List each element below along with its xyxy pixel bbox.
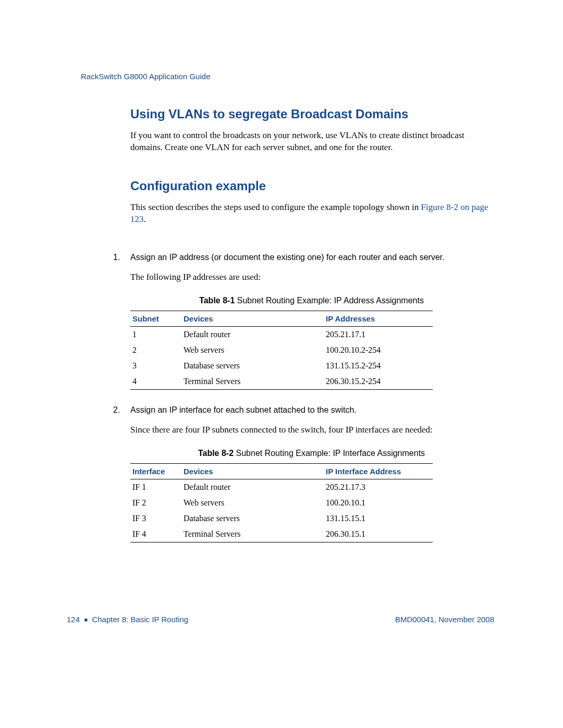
table-row: 4 Terminal Servers 206.30.15.2-254	[130, 374, 433, 390]
table-2-caption: Table 8-2 Subnet Routing Example: IP Int…	[130, 449, 493, 458]
th-ip-if: IP Interface Address	[324, 464, 433, 479]
table-row: IF 3 Database servers 131.15.15.1	[130, 511, 433, 526]
table-header-row: Subnet Devices IP Addresses	[130, 311, 433, 327]
cell: 1	[130, 327, 181, 343]
table-row: 2 Web servers 100.20.10.2-254	[130, 342, 433, 358]
heading-config-example: Configuration example	[130, 179, 493, 193]
step-number: 2.	[113, 404, 130, 416]
cell: 206.30.15.2-254	[324, 374, 433, 390]
running-header: RackSwitch G8000 Application Guide	[81, 72, 493, 81]
cell: 206.30.15.1	[324, 526, 433, 542]
table-1-title: Subnet Routing Example: IP Address Assig…	[235, 296, 424, 305]
step-text: Assign an IP address (or document the ex…	[130, 252, 493, 263]
cell: 205.21.17.1	[324, 327, 433, 343]
table-row: IF 1 Default router 205.21.17.3	[130, 479, 433, 496]
cell: IF 3	[130, 511, 181, 526]
para-config-text: This section describes the steps used to…	[130, 202, 421, 212]
table-row: 3 Database servers 131.15.15.2-254	[130, 358, 433, 374]
th-devices: Devices	[181, 464, 324, 479]
table-2-label: Table 8-2	[198, 449, 234, 458]
step-2: 2. Assign an IP interface for each subne…	[113, 404, 493, 416]
step-text: Assign an IP interface for each subnet a…	[130, 404, 493, 416]
th-subnet: Subnet	[130, 311, 181, 327]
table-1: Subnet Devices IP Addresses 1 Default ro…	[130, 311, 433, 390]
table-2: Interface Devices IP Interface Address I…	[130, 463, 433, 542]
table-row: 1 Default router 205.21.17.1	[130, 327, 433, 343]
th-devices: Devices	[181, 311, 324, 327]
th-ip: IP Addresses	[324, 311, 433, 327]
step-2-sub: Since there are four IP subnets connecte…	[130, 424, 493, 436]
cell: Default router	[181, 479, 324, 496]
cell: IF 1	[130, 479, 181, 496]
cell: IF 2	[130, 495, 181, 511]
cell: IF 4	[130, 526, 181, 542]
cell: Terminal Servers	[181, 374, 324, 390]
cell: Database servers	[181, 358, 324, 374]
cell: Web servers	[181, 342, 324, 358]
cell: 100.20.10.1	[324, 495, 433, 511]
page-footer: 124 ■ Chapter 8: Basic IP Routing BMD000…	[67, 615, 494, 624]
step-1: 1. Assign an IP address (or document the…	[113, 252, 493, 263]
chapter-title: Chapter 8: Basic IP Routing	[92, 615, 188, 624]
table-row: IF 4 Terminal Servers 206.30.15.1	[130, 526, 433, 542]
cell: Terminal Servers	[181, 526, 324, 542]
footer-left: 124 ■ Chapter 8: Basic IP Routing	[67, 615, 188, 624]
cell: 4	[130, 374, 181, 390]
cell: 205.21.17.3	[324, 479, 433, 496]
page-content: RackSwitch G8000 Application Guide Using…	[81, 72, 493, 557]
cell: Default router	[181, 327, 324, 343]
cell: 131.15.15.1	[324, 511, 433, 526]
step-1-sub: The following IP addresses are used:	[130, 272, 493, 283]
cell: 131.15.15.2-254	[324, 358, 433, 374]
page-number: 124	[67, 615, 80, 624]
table-2-title: Subnet Routing Example: IP Interface Ass…	[234, 449, 425, 458]
table-row: IF 2 Web servers 100.20.10.1	[130, 495, 433, 511]
th-interface: Interface	[130, 464, 181, 479]
step-number: 1.	[113, 252, 130, 263]
cell: 2	[130, 342, 181, 358]
para-vlans: If you want to control the broadcasts on…	[130, 130, 493, 154]
cell: Web servers	[181, 495, 324, 511]
table-1-caption: Table 8-1 Subnet Routing Example: IP Add…	[130, 296, 493, 305]
footer-right: BMD00041, November 2008	[395, 615, 494, 624]
heading-vlans: Using VLANs to segregate Broadcast Domai…	[130, 107, 493, 121]
table-1-label: Table 8-1	[199, 296, 235, 305]
cell: Database servers	[181, 511, 324, 526]
para-config-lead: This section describes the steps used to…	[130, 202, 493, 226]
cell: 100.20.10.2-254	[324, 342, 433, 358]
para-config-tail: .	[144, 214, 146, 224]
square-icon: ■	[84, 616, 88, 623]
table-header-row: Interface Devices IP Interface Address	[130, 464, 433, 479]
cell: 3	[130, 358, 181, 374]
